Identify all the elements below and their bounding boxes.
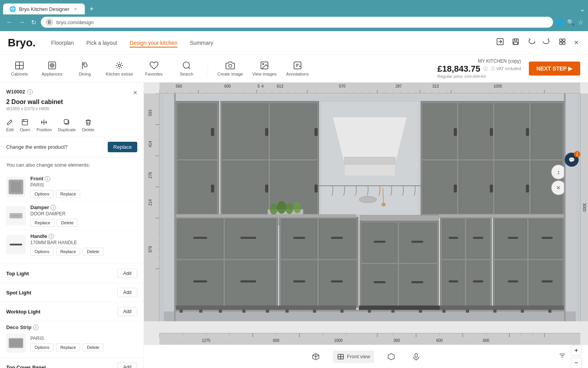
svg-text:593: 593: [148, 109, 152, 116]
nav-pick-layout[interactable]: Pick a layout: [86, 38, 117, 48]
top-view-btn[interactable]: [383, 350, 399, 363]
back-btn[interactable]: ←: [5, 17, 14, 27]
kitchen-view[interactable]: ↕ ✕: [159, 93, 580, 321]
svg-rect-29: [11, 215, 21, 217]
cabinets-label: Cabinets: [11, 72, 28, 76]
worktop-light-add-btn[interactable]: Add: [117, 307, 137, 316]
front-view-label: Front view: [347, 354, 370, 359]
address-bar[interactable]: B bryo.com/design: [41, 17, 553, 28]
front-info-icon[interactable]: i: [45, 176, 50, 181]
handle-delete-btn[interactable]: Delete: [82, 248, 103, 255]
spot-light-add-btn[interactable]: Add: [117, 288, 137, 297]
nav-links: Floorplan Pick a layout Design your kitc…: [51, 38, 214, 48]
svg-rect-223: [164, 312, 576, 321]
svg-rect-2: [514, 39, 517, 41]
feedback-circle[interactable]: 💬 2: [565, 153, 579, 167]
nav-design-kitchen[interactable]: Design your kitchen: [130, 38, 177, 48]
zoom-in-btn[interactable]: +: [571, 345, 582, 356]
deco-strip-section: Deco Strip i PARIS Options Replace Delet…: [0, 321, 144, 358]
toolbar-dining[interactable]: Dining: [73, 61, 96, 76]
feedback-btn[interactable]: 💬 2: [565, 153, 579, 167]
action-delete[interactable]: Delete: [82, 119, 94, 132]
front-replace-btn[interactable]: Replace: [56, 190, 80, 198]
handle-replace-btn[interactable]: Replace: [56, 248, 80, 255]
element-front: Front i PARIS Options Replace: [6, 173, 137, 201]
toolbar-search[interactable]: Search: [175, 61, 198, 76]
forward-btn[interactable]: →: [17, 17, 26, 27]
toolbar-favorites[interactable]: Favorites: [142, 61, 166, 76]
svg-rect-30: [10, 244, 22, 245]
svg-rect-131: [223, 161, 268, 213]
settings-btn-area[interactable]: [558, 352, 566, 361]
deco-delete-btn[interactable]: Delete: [82, 343, 103, 351]
damper-info-icon[interactable]: i: [51, 205, 56, 210]
action-open[interactable]: Open: [20, 119, 30, 132]
toolbar-right: MY KITCHEN (copy) £18,843.75 ⓘ ⓘ VAT inc…: [438, 58, 580, 79]
toolbar-create-image[interactable]: Create image: [217, 61, 243, 76]
panel-close-btn[interactable]: ×: [133, 89, 137, 97]
new-tab-btn[interactable]: +: [86, 4, 97, 15]
front-img: [6, 177, 26, 197]
deco-strip-info-icon[interactable]: i: [33, 325, 38, 330]
bookmark-btn[interactable]: ☆: [578, 19, 583, 26]
duplicate-icon: [63, 119, 70, 126]
refresh-btn[interactable]: ↻: [30, 17, 38, 28]
undo-btn[interactable]: [526, 36, 537, 49]
svg-rect-157: [490, 128, 493, 136]
toolbar-view-images[interactable]: View images: [252, 61, 276, 76]
annotations-label: Annotations: [286, 72, 309, 76]
save-btn[interactable]: [510, 36, 521, 49]
svg-rect-151: [531, 104, 562, 158]
handle-options-btn[interactable]: Options: [30, 248, 54, 255]
share-btn[interactable]: [495, 36, 506, 49]
toolbar-cabinets[interactable]: Cabinets: [8, 61, 31, 76]
zoom-btn[interactable]: 🔍: [567, 19, 575, 26]
top-light-add-btn[interactable]: Add: [117, 269, 137, 278]
handle-info-icon[interactable]: i: [49, 234, 54, 239]
position-label: Position: [37, 127, 52, 132]
browser-tab[interactable]: 🌐 Bryo Kitchen Designer ×: [3, 4, 85, 14]
tab-close-btn[interactable]: ×: [72, 6, 79, 12]
position-icon: [40, 119, 47, 126]
app: Bryo. Floorplan Pick a layout Design you…: [0, 31, 588, 368]
damper-value: DOOR DAMPER: [30, 211, 137, 217]
nav-floorplan[interactable]: Floorplan: [51, 38, 74, 48]
svg-rect-229: [219, 310, 222, 313]
svg-rect-148: [423, 104, 457, 158]
toolbar-kitchen-extras[interactable]: Kitchen extras: [106, 61, 133, 76]
svg-rect-237: [419, 310, 422, 313]
front-options-btn[interactable]: Options: [30, 190, 54, 198]
toolbar-annotations[interactable]: Annotations: [286, 61, 309, 76]
action-duplicate[interactable]: Duplicate: [58, 119, 76, 132]
svg-text:560: 560: [176, 84, 182, 88]
deco-replace-btn[interactable]: Replace: [56, 343, 80, 351]
code-info-icon[interactable]: i: [27, 89, 33, 95]
grid-btn[interactable]: [557, 36, 568, 49]
damper-delete-btn[interactable]: Delete: [57, 219, 78, 227]
close-app-btn[interactable]: ×: [572, 37, 580, 49]
voice-btn[interactable]: [408, 350, 424, 363]
next-step-btn[interactable]: NEXT STEP ▶: [529, 62, 580, 76]
action-position[interactable]: Position: [37, 119, 52, 132]
damper-preview: [8, 208, 24, 224]
deco-options-btn[interactable]: Options: [30, 343, 54, 351]
vat-info-icon[interactable]: ⓘ: [483, 66, 488, 72]
svg-rect-178: [240, 237, 256, 239]
top-cover-add-btn[interactable]: Add: [117, 363, 137, 368]
svg-rect-173: [178, 219, 223, 259]
front-view-btn[interactable]: Front view: [333, 350, 374, 363]
tab-collapse-btn[interactable]: ⌄: [580, 5, 585, 13]
nav-summary[interactable]: Summary: [190, 38, 213, 48]
zoom-out-btn[interactable]: −: [571, 357, 582, 368]
action-edit[interactable]: Edit: [6, 119, 14, 132]
damper-replace-btn[interactable]: Replace: [30, 219, 54, 227]
browser-chrome: 🌐 Bryo Kitchen Designer × + ⌄ ← → ↻ B br…: [0, 0, 588, 31]
svg-rect-139: [344, 164, 395, 176]
redo-btn[interactable]: [541, 36, 552, 49]
svg-rect-134: [315, 128, 318, 136]
svg-rect-129: [223, 104, 268, 158]
3d-view-btn[interactable]: [308, 350, 324, 363]
replace-main-btn[interactable]: Replace: [108, 142, 137, 152]
toolbar-appliances[interactable]: Appliances: [40, 61, 64, 76]
translate-btn[interactable]: 🌐: [556, 19, 564, 26]
